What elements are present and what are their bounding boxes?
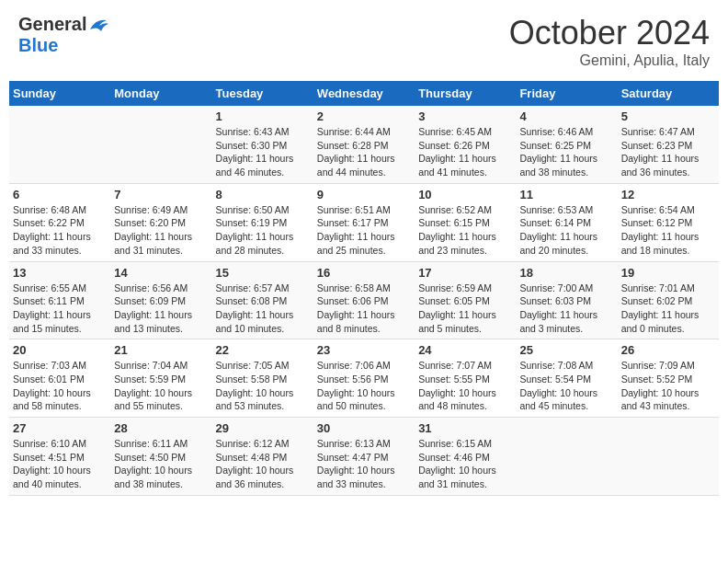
day-number: 16 xyxy=(317,266,411,280)
calendar-cell: 10Sunrise: 6:52 AM Sunset: 6:15 PM Dayli… xyxy=(415,183,516,261)
cell-content: Sunrise: 6:10 AM Sunset: 4:51 PM Dayligh… xyxy=(13,437,107,491)
calendar-table: SundayMondayTuesdayWednesdayThursdayFrid… xyxy=(9,81,719,496)
cell-content: Sunrise: 7:04 AM Sunset: 5:59 PM Dayligh… xyxy=(114,359,208,413)
calendar-cell: 20Sunrise: 7:03 AM Sunset: 6:01 PM Dayli… xyxy=(9,339,110,418)
cell-content: Sunrise: 6:51 AM Sunset: 6:17 PM Dayligh… xyxy=(317,203,411,258)
day-number: 1 xyxy=(216,109,310,123)
cell-content: Sunrise: 6:48 AM Sunset: 6:22 PM Dayligh… xyxy=(13,203,107,258)
calendar-cell: 25Sunrise: 7:08 AM Sunset: 5:54 PM Dayli… xyxy=(516,339,617,418)
cell-content: Sunrise: 6:58 AM Sunset: 6:06 PM Dayligh… xyxy=(317,282,411,336)
calendar-cell xyxy=(9,106,110,183)
logo-icon xyxy=(88,17,108,33)
day-number: 4 xyxy=(519,109,613,123)
week-row-2: 6Sunrise: 6:48 AM Sunset: 6:22 PM Daylig… xyxy=(9,183,719,261)
cell-content: Sunrise: 6:57 AM Sunset: 6:08 PM Dayligh… xyxy=(216,282,310,336)
calendar-cell: 24Sunrise: 7:07 AM Sunset: 5:55 PM Dayli… xyxy=(415,339,516,418)
cell-content: Sunrise: 7:01 AM Sunset: 6:02 PM Dayligh… xyxy=(621,282,715,336)
day-number: 30 xyxy=(317,421,411,435)
day-number: 19 xyxy=(621,266,715,280)
calendar-cell: 5Sunrise: 6:47 AM Sunset: 6:23 PM Daylig… xyxy=(618,106,719,183)
cell-content: Sunrise: 6:47 AM Sunset: 6:23 PM Dayligh… xyxy=(621,125,715,179)
day-number: 17 xyxy=(418,266,512,280)
cell-content: Sunrise: 7:07 AM Sunset: 5:55 PM Dayligh… xyxy=(418,359,512,413)
logo-general: General xyxy=(18,14,86,35)
week-row-4: 20Sunrise: 7:03 AM Sunset: 6:01 PM Dayli… xyxy=(9,339,719,418)
day-number: 13 xyxy=(13,266,107,280)
col-header-wednesday: Wednesday xyxy=(313,81,415,106)
cell-content: Sunrise: 6:52 AM Sunset: 6:15 PM Dayligh… xyxy=(418,203,512,258)
day-number: 18 xyxy=(519,266,613,280)
page-header: General Blue October 2024 Gemini, Apulia… xyxy=(9,9,719,74)
location-subtitle: Gemini, Apulia, Italy xyxy=(509,52,710,69)
calendar-cell: 17Sunrise: 6:59 AM Sunset: 6:05 PM Dayli… xyxy=(415,261,516,339)
day-number: 23 xyxy=(317,343,411,357)
cell-content: Sunrise: 6:53 AM Sunset: 6:14 PM Dayligh… xyxy=(519,203,613,258)
cell-content: Sunrise: 7:08 AM Sunset: 5:54 PM Dayligh… xyxy=(519,359,613,413)
cell-content: Sunrise: 6:49 AM Sunset: 6:20 PM Dayligh… xyxy=(114,203,208,258)
calendar-cell: 4Sunrise: 6:46 AM Sunset: 6:25 PM Daylig… xyxy=(516,106,617,183)
calendar-cell: 2Sunrise: 6:44 AM Sunset: 6:28 PM Daylig… xyxy=(313,106,415,183)
col-header-monday: Monday xyxy=(110,81,211,106)
cell-content: Sunrise: 7:05 AM Sunset: 5:58 PM Dayligh… xyxy=(216,359,310,413)
calendar-cell: 1Sunrise: 6:43 AM Sunset: 6:30 PM Daylig… xyxy=(212,106,313,183)
calendar-cell: 8Sunrise: 6:50 AM Sunset: 6:19 PM Daylig… xyxy=(212,183,313,261)
col-header-tuesday: Tuesday xyxy=(212,81,313,106)
day-number: 26 xyxy=(621,343,715,357)
col-header-thursday: Thursday xyxy=(415,81,516,106)
day-number: 27 xyxy=(13,421,107,435)
day-number: 2 xyxy=(317,109,411,123)
day-number: 6 xyxy=(13,188,107,201)
calendar-cell: 9Sunrise: 6:51 AM Sunset: 6:17 PM Daylig… xyxy=(313,183,415,261)
col-header-saturday: Saturday xyxy=(618,81,719,106)
calendar-cell: 12Sunrise: 6:54 AM Sunset: 6:12 PM Dayli… xyxy=(618,183,719,261)
calendar-cell: 31Sunrise: 6:15 AM Sunset: 4:46 PM Dayli… xyxy=(415,418,516,496)
cell-content: Sunrise: 6:15 AM Sunset: 4:46 PM Dayligh… xyxy=(418,437,512,491)
calendar-header-row: SundayMondayTuesdayWednesdayThursdayFrid… xyxy=(9,81,719,106)
cell-content: Sunrise: 6:11 AM Sunset: 4:50 PM Dayligh… xyxy=(114,437,208,491)
cell-content: Sunrise: 6:54 AM Sunset: 6:12 PM Dayligh… xyxy=(621,203,715,258)
day-number: 3 xyxy=(418,109,512,123)
calendar-cell: 26Sunrise: 7:09 AM Sunset: 5:52 PM Dayli… xyxy=(618,339,719,418)
cell-content: Sunrise: 6:43 AM Sunset: 6:30 PM Dayligh… xyxy=(216,125,310,179)
calendar-cell: 27Sunrise: 6:10 AM Sunset: 4:51 PM Dayli… xyxy=(9,418,110,496)
day-number: 9 xyxy=(317,188,411,201)
day-number: 7 xyxy=(114,188,208,201)
cell-content: Sunrise: 7:09 AM Sunset: 5:52 PM Dayligh… xyxy=(621,359,715,413)
cell-content: Sunrise: 6:50 AM Sunset: 6:19 PM Dayligh… xyxy=(216,203,310,258)
day-number: 8 xyxy=(216,188,310,201)
calendar-cell: 11Sunrise: 6:53 AM Sunset: 6:14 PM Dayli… xyxy=(516,183,617,261)
day-number: 15 xyxy=(216,266,310,280)
col-header-friday: Friday xyxy=(516,81,617,106)
calendar-cell: 30Sunrise: 6:13 AM Sunset: 4:47 PM Dayli… xyxy=(313,418,415,496)
logo: General Blue xyxy=(18,14,108,56)
cell-content: Sunrise: 6:13 AM Sunset: 4:47 PM Dayligh… xyxy=(317,437,411,491)
day-number: 28 xyxy=(114,421,208,435)
calendar-cell: 16Sunrise: 6:58 AM Sunset: 6:06 PM Dayli… xyxy=(313,261,415,339)
day-number: 5 xyxy=(621,109,715,123)
cell-content: Sunrise: 6:12 AM Sunset: 4:48 PM Dayligh… xyxy=(216,437,310,491)
day-number: 14 xyxy=(114,266,208,280)
day-number: 24 xyxy=(418,343,512,357)
calendar-cell: 6Sunrise: 6:48 AM Sunset: 6:22 PM Daylig… xyxy=(9,183,110,261)
week-row-1: 1Sunrise: 6:43 AM Sunset: 6:30 PM Daylig… xyxy=(9,106,719,183)
cell-content: Sunrise: 7:06 AM Sunset: 5:56 PM Dayligh… xyxy=(317,359,411,413)
day-number: 10 xyxy=(418,188,512,201)
calendar-cell: 18Sunrise: 7:00 AM Sunset: 6:03 PM Dayli… xyxy=(516,261,617,339)
cell-content: Sunrise: 6:59 AM Sunset: 6:05 PM Dayligh… xyxy=(418,282,512,336)
calendar-cell: 22Sunrise: 7:05 AM Sunset: 5:58 PM Dayli… xyxy=(212,339,313,418)
calendar-cell: 14Sunrise: 6:56 AM Sunset: 6:09 PM Dayli… xyxy=(110,261,211,339)
day-number: 31 xyxy=(418,421,512,435)
calendar-cell: 7Sunrise: 6:49 AM Sunset: 6:20 PM Daylig… xyxy=(110,183,211,261)
day-number: 12 xyxy=(621,188,715,201)
week-row-3: 13Sunrise: 6:55 AM Sunset: 6:11 PM Dayli… xyxy=(9,261,719,339)
calendar-cell: 3Sunrise: 6:45 AM Sunset: 6:26 PM Daylig… xyxy=(415,106,516,183)
calendar-cell xyxy=(110,106,211,183)
cell-content: Sunrise: 7:03 AM Sunset: 6:01 PM Dayligh… xyxy=(13,359,107,413)
calendar-cell: 21Sunrise: 7:04 AM Sunset: 5:59 PM Dayli… xyxy=(110,339,211,418)
calendar-cell: 29Sunrise: 6:12 AM Sunset: 4:48 PM Dayli… xyxy=(212,418,313,496)
calendar-cell xyxy=(618,418,719,496)
calendar-cell xyxy=(516,418,617,496)
cell-content: Sunrise: 6:46 AM Sunset: 6:25 PM Dayligh… xyxy=(519,125,613,179)
cell-content: Sunrise: 6:55 AM Sunset: 6:11 PM Dayligh… xyxy=(13,282,107,336)
calendar-cell: 23Sunrise: 7:06 AM Sunset: 5:56 PM Dayli… xyxy=(313,339,415,418)
